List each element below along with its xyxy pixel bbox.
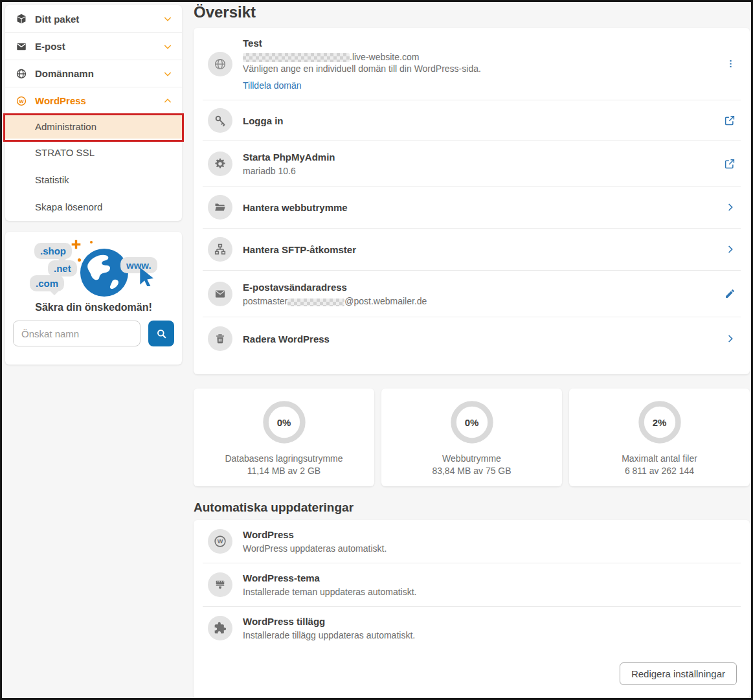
sidebar-item-domannamn[interactable]: Domännamn	[5, 60, 182, 87]
row-subtitle: Installerade tillägg uppdateras automati…	[243, 630, 415, 640]
wordpress-icon: W	[16, 95, 27, 107]
row-title: Logga in	[243, 115, 284, 126]
sidebar-item-administration[interactable]: Administration	[5, 114, 182, 139]
envelope-icon	[16, 41, 27, 52]
overview-card: Test .live-website.com Vänligen ange en …	[194, 28, 750, 374]
redacted-email	[287, 299, 344, 306]
kebab-menu-icon[interactable]	[726, 59, 736, 69]
row-title: Hantera SFTP-åtkomster	[243, 244, 356, 255]
page: Ditt paket E-post Domännamn	[0, 0, 753, 700]
decor-dot	[90, 241, 93, 243]
list-item-login[interactable]: Logga in	[194, 100, 750, 141]
trash-icon	[208, 326, 232, 351]
list-item-sender-address[interactable]: E-postavsändaradress postmaster@post.web…	[194, 271, 750, 317]
gear-icon	[208, 152, 232, 176]
update-row-wordpress: W WordPress WordPress uppdateras automat…	[194, 520, 750, 563]
list-item-sftp[interactable]: Hantera SFTP-åtkomster	[194, 229, 750, 270]
cursor-icon	[139, 267, 155, 286]
domain-search-input[interactable]	[13, 321, 140, 346]
domain-search-button[interactable]	[148, 321, 174, 346]
usage-label: Databasens lagringsutrymme	[225, 453, 343, 464]
sidebar-item-label: Domännamn	[35, 68, 94, 79]
row-title: WordPress-tema	[243, 572, 417, 583]
brush-icon	[208, 572, 232, 597]
domain-bubble-com: .com	[30, 275, 64, 291]
sidebar-item-ditt-paket[interactable]: Ditt paket	[5, 5, 182, 32]
chevron-right-icon[interactable]	[725, 202, 736, 212]
bubble-label: .com	[36, 278, 58, 289]
pencil-icon[interactable]	[725, 288, 736, 299]
sidebar-item-wordpress[interactable]: W WordPress	[5, 87, 182, 114]
sidebar-item-epost[interactable]: E-post	[5, 32, 182, 60]
usage-card-database: 0% Databasens lagringsutrymme 11,14 MB a…	[194, 389, 374, 486]
list-item-delete-wordpress[interactable]: Radera WordPress	[194, 317, 750, 360]
bubble-label: .net	[54, 263, 71, 274]
domain-bubble-shop: .shop	[34, 243, 72, 259]
promo-headline: Säkra din önskedomän!	[5, 302, 182, 313]
magnifier-icon	[155, 328, 168, 340]
chevron-down-icon	[163, 14, 173, 24]
usage-card-files: 2% Maximalt antal filer 6 811 av 262 144	[569, 389, 750, 486]
sidebar-subitem-label: Administration	[35, 121, 96, 132]
usage-label: Webbutrymme	[442, 453, 501, 464]
donut-chart: 0%	[261, 399, 308, 446]
sidebar-item-statistik[interactable]: Statistik	[5, 166, 182, 193]
package-icon	[16, 13, 27, 25]
domain-bubble-net: .net	[48, 260, 77, 277]
sidebar-item-label: WordPress	[35, 95, 86, 106]
sidebar-item-skapa-losenord[interactable]: Skapa lösenord	[5, 193, 182, 220]
usage-percent: 2%	[636, 399, 683, 446]
row-subtitle: Installerade teman uppdateras automatisk…	[243, 587, 417, 597]
chevron-right-icon[interactable]	[725, 244, 736, 254]
usage-detail: 6 811 av 262 144	[625, 466, 694, 476]
sidebar-subitem-label: Statistik	[35, 174, 69, 185]
assign-domain-link[interactable]: Tilldela domän	[243, 80, 481, 91]
wordpress-icon: W	[208, 529, 232, 554]
svg-text:W: W	[19, 98, 24, 104]
usage-percent: 0%	[449, 399, 495, 446]
row-title: Starta PhpMyAdmin	[243, 152, 335, 163]
sidebar-subitem-label: STRATO SSL	[35, 147, 95, 158]
row-subtitle: WordPress uppdateras automatiskt.	[243, 543, 387, 554]
bubble-label: .shop	[40, 245, 66, 256]
chevron-right-icon[interactable]	[725, 333, 736, 344]
list-item-phpmyadmin[interactable]: Starta PhpMyAdmin mariadb 10.6	[194, 141, 750, 186]
chevron-up-icon	[163, 96, 173, 106]
usage-percent: 0%	[261, 399, 308, 446]
update-row-plugins: WordPress tillägg Installerade tillägg u…	[194, 607, 750, 649]
sender-email: postmaster@post.webmailer.de	[243, 296, 427, 306]
donut-chart: 0%	[449, 399, 495, 446]
site-domain: .live-website.com	[243, 52, 481, 62]
domain-promo-card: .shop .net .com www. Säkra din önskedomä…	[5, 232, 182, 365]
domain-suffix: .live-website.com	[350, 52, 419, 62]
key-icon	[208, 108, 232, 133]
usage-card-webspace: 0% Webbutrymme 83,84 MB av 75 GB	[381, 389, 562, 486]
row-title: WordPress tillägg	[243, 616, 415, 627]
globe-icon	[208, 52, 232, 76]
chevron-down-icon	[163, 69, 173, 79]
email-prefix: postmaster	[243, 296, 287, 306]
external-link-icon[interactable]	[724, 158, 736, 170]
site-name: Test	[243, 38, 481, 49]
globe-illustration	[79, 247, 129, 298]
row-title: Radera WordPress	[243, 333, 330, 344]
globe-icon	[16, 68, 27, 80]
row-title: WordPress	[243, 529, 387, 540]
list-item-site[interactable]: Test .live-website.com Vänligen ange en …	[194, 28, 750, 100]
sidebar-item-strato-ssl[interactable]: STRATO SSL	[5, 139, 182, 166]
site-description: Vänligen ange en individuell domän till …	[243, 63, 481, 74]
donut-chart: 2%	[636, 399, 683, 446]
external-link-icon[interactable]	[724, 115, 736, 126]
usage-detail: 11,14 MB av 2 GB	[247, 466, 320, 476]
sidebar-subitem-label: Skapa lösenord	[35, 201, 102, 212]
row-title: Hantera webbutrymme	[243, 202, 348, 213]
usage-detail: 83,84 MB av 75 GB	[432, 466, 511, 476]
updates-card: W WordPress WordPress uppdateras automat…	[194, 520, 750, 699]
list-item-webspace[interactable]: Hantera webbutrymme	[194, 186, 750, 228]
folder-icon	[208, 195, 232, 220]
button-row: Redigera inställningar	[194, 649, 750, 685]
sidebar-item-label: Ditt paket	[35, 14, 79, 25]
envelope-icon	[208, 282, 232, 306]
edit-settings-button[interactable]: Redigera inställningar	[620, 662, 737, 685]
sitemap-icon	[208, 237, 232, 262]
